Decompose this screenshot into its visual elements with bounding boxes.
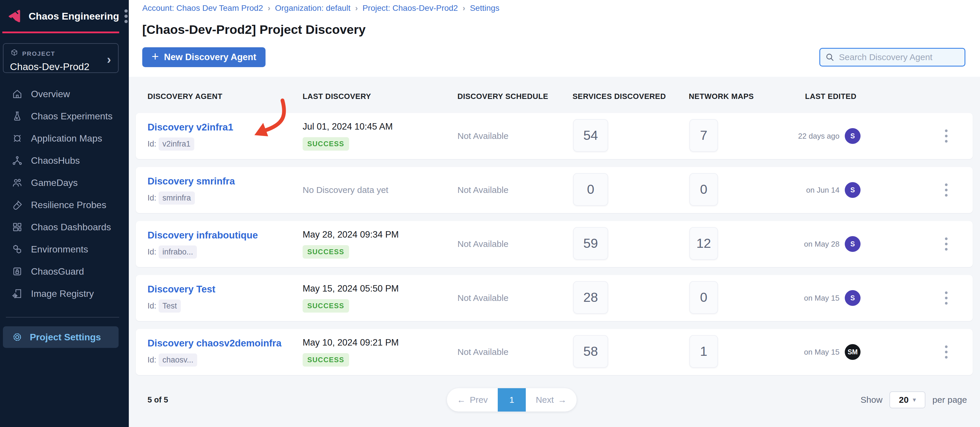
dashboard-icon bbox=[12, 222, 23, 233]
page-size-control: Show 20 ▾ per page bbox=[861, 388, 967, 411]
last-edited-time: on May 15 bbox=[804, 348, 840, 357]
network-maps-count: 0 bbox=[689, 281, 718, 314]
avatar: SM bbox=[845, 344, 861, 360]
main-area: Account: Chaos Dev Team Prod2 › Organiza… bbox=[129, 0, 980, 427]
page-header: Account: Chaos Dev Team Prod2 › Organiza… bbox=[129, 0, 980, 77]
project-name: Chaos-Dev-Prod2 bbox=[10, 61, 111, 72]
status-badge: SUCCESS bbox=[302, 299, 349, 313]
sidebar-item-chaosguard[interactable]: ChaosGuard bbox=[0, 260, 129, 283]
gear-icon bbox=[12, 332, 23, 343]
lock-shield-icon bbox=[12, 266, 23, 277]
services-count: 59 bbox=[573, 227, 608, 260]
chevron-separator-icon: › bbox=[463, 4, 465, 13]
row-menu-kebab-icon[interactable] bbox=[943, 235, 950, 253]
chevron-right-icon: › bbox=[107, 52, 111, 67]
sidebar-item-application-maps[interactable]: Application Maps bbox=[0, 127, 129, 149]
last-edited-time: on Jun 14 bbox=[806, 186, 840, 195]
services-count: 58 bbox=[573, 335, 608, 368]
current-page-button[interactable]: 1 bbox=[498, 388, 526, 411]
agent-name-link[interactable]: Discovery infraboutique bbox=[148, 230, 258, 241]
id-label: Id: bbox=[148, 302, 156, 311]
sidebar-item-environments[interactable]: Environments bbox=[0, 238, 129, 260]
row-menu-kebab-icon[interactable] bbox=[943, 181, 950, 199]
last-discovery-time: May 28, 2024 09:34 PM bbox=[302, 229, 399, 240]
registry-gear-icon bbox=[12, 288, 23, 299]
next-page-button[interactable]: Next → bbox=[526, 388, 577, 411]
agent-name-link[interactable]: Discovery v2infra1 bbox=[148, 122, 233, 133]
network-nodes-icon bbox=[12, 155, 23, 166]
sidebar-divider bbox=[6, 317, 119, 317]
search-box bbox=[819, 48, 966, 67]
table-row: Discovery Test Id:Test May 15, 2024 05:5… bbox=[136, 275, 973, 321]
table-row: Discovery smrinfra Id:smrinfra No Discov… bbox=[136, 167, 973, 213]
pagination: 5 of 5 ← Prev 1 Next → Show 20 bbox=[129, 388, 980, 411]
col-last-edited: LAST EDITED bbox=[805, 92, 856, 101]
breadcrumb-project[interactable]: Project: Chaos-Dev-Prod2 bbox=[363, 3, 458, 13]
schedule-value: Not Available bbox=[457, 185, 509, 195]
schedule-value: Not Available bbox=[457, 347, 509, 357]
avatar: S bbox=[845, 290, 861, 306]
agent-id: infrabo... bbox=[159, 246, 197, 259]
sidebar-item-image-registry[interactable]: Image Registry bbox=[0, 283, 129, 305]
prev-page-button[interactable]: ← Prev bbox=[447, 388, 498, 411]
agent-id: chaosv... bbox=[159, 354, 197, 367]
breadcrumb-settings[interactable]: Settings bbox=[470, 3, 500, 13]
agent-name-link[interactable]: Discovery smrinfra bbox=[148, 176, 235, 187]
pagination-summary: 5 of 5 bbox=[148, 395, 168, 405]
last-discovery-time: May 10, 2024 09:21 PM bbox=[302, 337, 399, 348]
col-discovery-agent: DISCOVERY AGENT bbox=[148, 92, 222, 101]
home-icon bbox=[12, 89, 23, 100]
page-size-select[interactable]: 20 ▾ bbox=[889, 391, 925, 408]
sidebar-item-chaos-dashboards[interactable]: Chaos Dashboards bbox=[0, 216, 129, 238]
sidebar-item-gamedays[interactable]: GameDays bbox=[0, 171, 129, 194]
last-discovery-time: No Discovery data yet bbox=[302, 185, 388, 195]
id-label: Id: bbox=[148, 194, 156, 203]
sidebar-item-chaos-experiments[interactable]: Chaos Experiments bbox=[0, 105, 129, 127]
schedule-value: Not Available bbox=[457, 239, 509, 249]
project-selector[interactable]: PROJECT Chaos-Dev-Prod2 › bbox=[3, 43, 119, 73]
target-icon bbox=[12, 133, 23, 144]
breadcrumb-account[interactable]: Account: Chaos Dev Team Prod2 bbox=[142, 3, 263, 13]
row-menu-kebab-icon[interactable] bbox=[943, 127, 950, 145]
status-badge: SUCCESS bbox=[302, 353, 349, 367]
col-last-discovery: LAST DISCOVERY bbox=[302, 92, 371, 101]
sidebar-item-project-settings[interactable]: Project Settings bbox=[3, 326, 119, 348]
table-area: DISCOVERY AGENT LAST DISCOVERY DISCOVERY… bbox=[129, 77, 980, 427]
breadcrumb-organization[interactable]: Organization: default bbox=[275, 3, 350, 13]
agent-id: smrinfra bbox=[159, 192, 195, 205]
accent-bar bbox=[2, 32, 119, 33]
show-label: Show bbox=[861, 395, 883, 405]
avatar: S bbox=[845, 182, 861, 198]
last-discovery-time: May 15, 2024 05:50 PM bbox=[302, 283, 399, 294]
per-page-label: per page bbox=[932, 395, 967, 405]
row-menu-kebab-icon[interactable] bbox=[943, 343, 950, 361]
services-count: 28 bbox=[573, 281, 608, 314]
last-discovery-time: Jul 01, 2024 10:45 AM bbox=[302, 121, 393, 132]
id-label: Id: bbox=[148, 248, 156, 257]
agent-id: Test bbox=[159, 300, 181, 313]
avatar: S bbox=[845, 236, 861, 252]
sidebar-nav: Overview Chaos Experiments Application M… bbox=[0, 83, 129, 305]
avatar: S bbox=[845, 128, 861, 144]
network-maps-count: 7 bbox=[689, 119, 718, 152]
pager: ← Prev 1 Next → bbox=[447, 388, 577, 411]
last-edited-time: 22 days ago bbox=[798, 132, 840, 141]
arrow-left-icon: ← bbox=[457, 395, 466, 405]
chevron-separator-icon: › bbox=[267, 4, 270, 13]
search-input[interactable] bbox=[838, 52, 960, 62]
agent-name-link[interactable]: Discovery Test bbox=[148, 284, 215, 295]
agent-name-link[interactable]: Discovery chaosv2demoinfra bbox=[148, 338, 282, 349]
network-maps-count: 0 bbox=[689, 173, 718, 206]
last-edited-time: on May 15 bbox=[804, 294, 840, 303]
status-badge: SUCCESS bbox=[302, 137, 349, 151]
sidebar-item-chaoshubs[interactable]: ChaosHubs bbox=[0, 149, 129, 171]
sidebar-item-resilience-probes[interactable]: Resilience Probes bbox=[0, 194, 129, 216]
new-discovery-agent-button[interactable]: + New Discovery Agent bbox=[142, 47, 266, 67]
col-network-maps: NETWORK MAPS bbox=[689, 92, 754, 101]
breadcrumb: Account: Chaos Dev Team Prod2 › Organiza… bbox=[142, 3, 500, 13]
last-edited-time: on May 28 bbox=[804, 240, 840, 249]
table-row: Discovery infraboutique Id:infrabo... Ma… bbox=[136, 221, 973, 267]
row-menu-kebab-icon[interactable] bbox=[943, 289, 950, 307]
page-title: [Chaos-Dev-Prod2] Project Discovery bbox=[142, 22, 366, 37]
sidebar-item-overview[interactable]: Overview bbox=[0, 83, 129, 105]
